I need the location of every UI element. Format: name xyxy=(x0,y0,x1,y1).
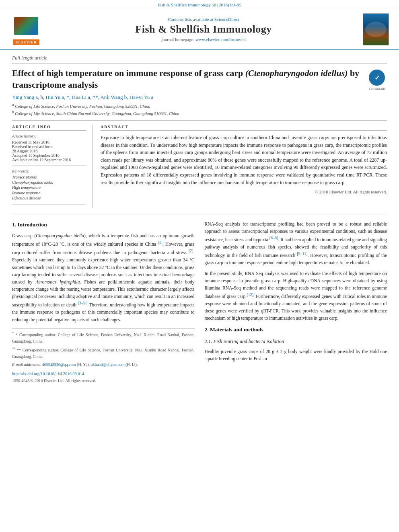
affiliation-a: a College of Life Science, Foshan Univer… xyxy=(12,103,387,109)
intro-heading: 1. Introduction xyxy=(12,220,195,229)
crossmark-icon xyxy=(369,70,385,86)
methods-heading: 2. Materials and methods xyxy=(205,325,387,334)
journal-reference-bar: Fish & Shellfish Immunology 58 (2016) 89… xyxy=(0,0,399,9)
ref-1[interactable]: [1] xyxy=(158,240,162,244)
journal-cover xyxy=(363,13,391,45)
body-right-col: RNA-Seq analysis for transcriptome profi… xyxy=(205,220,387,384)
keyword-4: Immune response xyxy=(12,191,86,195)
fish-rearing-heading: 2.1. Fish rearing and bacteria isolation xyxy=(205,338,387,346)
article-type: Full length article xyxy=(12,55,387,64)
email-link-2[interactable]: okhuali@aliyun.com xyxy=(91,362,125,367)
footnote-star2: ** ** Corresponding author. College of L… xyxy=(12,346,195,360)
journal-homepage: journal homepage: www.elsevier.com/locat… xyxy=(48,37,359,42)
article-title-section: Effect of high temperature on immune res… xyxy=(12,68,387,91)
revised-label: Received in revised form xyxy=(12,144,86,149)
doi-line: http://dx.doi.org/10.1016/j.fsi.2016.09.… xyxy=(12,371,195,378)
journal-reference: Fish & Shellfish Immunology 58 (2016) 89… xyxy=(158,2,241,7)
keyword-3: High temperature xyxy=(12,185,86,190)
journal-main-title: Fish & Shellfish Immunology xyxy=(48,23,359,35)
body-two-col: 1. Introduction Grass carp (Ctenopharyng… xyxy=(12,220,387,384)
abstract-text: Exposure to high temperature is an inher… xyxy=(101,134,387,186)
present-study-paragraph: In the present study, RNA-Seq analysis w… xyxy=(205,270,387,322)
ref-9-11[interactable]: [9–11] xyxy=(297,251,307,256)
article-info-label: ARTICLE INFO xyxy=(12,125,86,131)
keywords-label: Keywords: xyxy=(12,169,86,173)
keywords-section: Keywords: Transcriptomic Ctenopharyngodo… xyxy=(12,169,86,205)
abstract-label: ABSTRACT xyxy=(101,125,387,131)
keyword-5: Infectious disease xyxy=(12,196,86,200)
body-left-col: 1. Introduction Grass carp (Ctenopharyng… xyxy=(12,220,195,384)
received-date: Received 11 May 2016 xyxy=(12,140,86,144)
keywords-list: Transcriptomic Ctenopharyngodon idella H… xyxy=(12,175,86,200)
homepage-url[interactable]: www.elsevier.com/locate/fsi xyxy=(195,37,246,42)
crossmark-label: CrossMark xyxy=(369,87,385,91)
ref-3-5[interactable]: [3–5] xyxy=(78,301,86,305)
journal-header: ELSEVIER Contents lists available at Sci… xyxy=(0,9,399,50)
history-label: Article history: xyxy=(12,134,86,138)
journal-cover-image xyxy=(363,13,389,45)
accepted-date: Accepted 11 September 2016 xyxy=(12,153,86,158)
abstract-copyright: © 2016 Elsevier Ltd. All rights reserved… xyxy=(101,189,387,194)
keyword-1: Transcriptomic xyxy=(12,175,86,179)
ref-6-8[interactable]: [6–8] xyxy=(269,236,278,240)
article-history: Article history: Received 11 May 2016 Re… xyxy=(12,134,86,166)
affil-b-text: College of Life Science, South China Nor… xyxy=(15,111,179,115)
available-date: Available online 12 September 2016 xyxy=(12,158,86,162)
ref-12[interactable]: [12] xyxy=(247,292,253,297)
intro-paragraph-1: Grass carp (Ctenopharyngodon idella), wh… xyxy=(12,232,195,323)
methods-paragraph-1: Healthy juvenile grass carps of 20 g ± 2… xyxy=(205,348,387,362)
article-info-abstract-section: ARTICLE INFO Article history: Received 1… xyxy=(12,120,387,208)
doi-link[interactable]: http://dx.doi.org/10.1016/j.fsi.2016.09.… xyxy=(12,372,84,376)
article-info-column: ARTICLE INFO Article history: Received 1… xyxy=(12,125,93,208)
authors-line: Ying Yang a, b, Hui Yu a, *, Hua Li a, *… xyxy=(12,94,387,101)
main-content: Full length article Effect of high tempe… xyxy=(0,50,399,392)
elsevier-badge: ELSEVIER xyxy=(13,39,39,45)
affil-a-text: College of Life Science, Foshan Universi… xyxy=(15,104,150,109)
email-link-1[interactable]: 465548936@qq.com xyxy=(42,362,76,367)
title-part1: Effect of high temperature on immune res… xyxy=(12,68,245,78)
revised-date: 28 August 2016 xyxy=(12,149,86,153)
footnotes-section: * * Corresponding author. College of Lif… xyxy=(12,328,195,384)
abstract-column: ABSTRACT Exposure to high temperature is… xyxy=(101,125,387,208)
footnote-email: E-mail addresses: 465548936@qq.com (H. Y… xyxy=(12,362,195,368)
footnote-star1: * * Corresponding author. College of Lif… xyxy=(12,331,195,345)
sciencedirect-link[interactable]: ScienceDirect xyxy=(214,17,239,22)
affiliation-b: b College of Life Science, South China N… xyxy=(12,110,387,116)
ref-2[interactable]: [2] xyxy=(189,249,193,253)
crossmark-badge: CrossMark xyxy=(367,70,387,91)
article-title: Effect of high temperature on immune res… xyxy=(12,68,361,90)
elsevier-logo-image xyxy=(10,14,42,38)
section-divider xyxy=(12,214,387,214)
journal-title-block: Contents lists available at ScienceDirec… xyxy=(48,17,359,42)
issn-line: 1050-4648/© 2016 Elsevier Ltd. All right… xyxy=(12,378,195,384)
elsevier-logo-art xyxy=(14,17,38,35)
keyword-2: Ctenopharyngodon idella xyxy=(12,180,86,185)
contents-available: Contents lists available at ScienceDirec… xyxy=(48,17,359,22)
rnaseq-paragraph-1: RNA-Seq analysis for transcriptome profi… xyxy=(205,220,387,267)
elsevier-logo-block: ELSEVIER xyxy=(8,14,44,45)
title-italic: (Ctenopharyngodon idellus) xyxy=(245,68,348,78)
